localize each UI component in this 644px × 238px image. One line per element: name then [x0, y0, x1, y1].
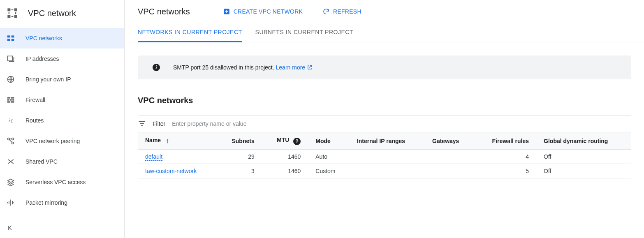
- svg-rect-1: [14, 8, 17, 11]
- tab-subnets[interactable]: SUBNETS IN CURRENT PROJECT: [255, 23, 353, 42]
- svg-rect-12: [8, 56, 13, 61]
- info-banner: i SMTP port 25 disallowed in this projec…: [138, 55, 631, 79]
- svg-rect-9: [7, 39, 10, 41]
- content: i SMTP port 25 disallowed in this projec…: [125, 42, 644, 192]
- help-icon[interactable]: ?: [293, 138, 301, 145]
- col-mtu[interactable]: MTU ?: [262, 132, 308, 150]
- sidebar-item-ip-addresses[interactable]: IP addresses: [0, 49, 124, 69]
- svg-rect-6: [12, 9, 14, 10]
- main: VPC networks CREATE VPC NETWORK REFRESH …: [125, 0, 644, 238]
- cell-mtu: 1460: [262, 164, 308, 178]
- tab-networks[interactable]: NETWORKS IN CURRENT PROJECT: [138, 23, 242, 42]
- learn-more-label: Learn more: [276, 64, 306, 71]
- network-name-link[interactable]: default: [145, 153, 162, 161]
- packet-mirroring-icon: [7, 199, 15, 207]
- info-message: SMTP port 25 disallowed in this project.: [173, 64, 276, 71]
- svg-rect-28: [14, 202, 14, 203]
- sidebar-item-label: Serverless VPC access: [25, 179, 86, 185]
- sidebar-item-label: Bring your own IP: [25, 76, 71, 83]
- main-header: VPC networks CREATE VPC NETWORK REFRESH: [125, 0, 644, 23]
- col-gdr-label: Global dynamic routing: [544, 138, 608, 144]
- sidebar-header: VPC network: [0, 0, 124, 26]
- sidebar-item-packet-mirroring[interactable]: Packet mirroring: [0, 192, 124, 213]
- sidebar-item-serverless-vpc[interactable]: Serverless VPC access: [0, 172, 124, 192]
- network-name-link[interactable]: taw-custom-network: [145, 168, 197, 175]
- shared-vpc-icon: [7, 157, 15, 166]
- section-title: VPC networks: [138, 96, 631, 105]
- cell-gdr: Off: [536, 150, 631, 164]
- filter-input[interactable]: [172, 120, 631, 127]
- learn-more-link[interactable]: Learn more: [276, 64, 313, 71]
- col-mode-label: Mode: [315, 138, 331, 144]
- ip-addresses-icon: [7, 55, 15, 63]
- svg-rect-2: [7, 15, 10, 18]
- cell-mtu: 1460: [262, 150, 308, 164]
- col-firewall[interactable]: Firewall rules: [475, 132, 536, 150]
- svg-rect-19: [7, 101, 11, 102]
- cell-internal-ip: [350, 164, 425, 178]
- sidebar-nav: VPC networks IP addresses Bring your own…: [0, 26, 124, 213]
- cell-firewall: 4: [475, 150, 536, 164]
- col-internal-ip[interactable]: Internal IP ranges: [350, 132, 425, 150]
- col-gateways[interactable]: Gateways: [425, 132, 475, 150]
- svg-rect-32: [140, 123, 144, 124]
- plus-box-icon: [223, 8, 230, 15]
- sidebar-item-label: IP addresses: [25, 55, 59, 62]
- svg-rect-11: [12, 39, 14, 41]
- tabs: NETWORKS IN CURRENT PROJECT SUBNETS IN C…: [125, 23, 644, 42]
- sort-asc-icon: ↑: [166, 137, 169, 145]
- cell-mode: Custom: [308, 164, 350, 178]
- col-internal-ip-label: Internal IP ranges: [357, 138, 405, 144]
- cell-gdr: Off: [536, 164, 631, 178]
- sidebar-title: VPC network: [28, 9, 76, 18]
- col-gdr[interactable]: Global dynamic routing: [536, 132, 631, 150]
- refresh-button[interactable]: REFRESH: [319, 5, 365, 18]
- cell-subnets: 3: [217, 164, 262, 178]
- svg-rect-0: [7, 8, 10, 11]
- svg-rect-16: [7, 99, 9, 100]
- col-name[interactable]: Name ↑: [138, 132, 217, 150]
- filter-row: Filter: [138, 115, 631, 132]
- routes-icon: [7, 116, 15, 125]
- col-subnets[interactable]: Subnets: [217, 132, 262, 150]
- svg-rect-26: [12, 201, 13, 204]
- tab-label: SUBNETS IN CURRENT PROJECT: [255, 29, 353, 35]
- info-icon: i: [153, 64, 160, 71]
- sidebar-item-label: Routes: [25, 117, 44, 124]
- serverless-vpc-icon: [7, 178, 15, 186]
- refresh-label: REFRESH: [333, 8, 361, 15]
- sidebar-item-peering[interactable]: VPC network peering: [0, 131, 124, 151]
- svg-rect-24: [10, 200, 11, 206]
- tab-label: NETWORKS IN CURRENT PROJECT: [138, 29, 242, 35]
- svg-rect-18: [12, 99, 14, 100]
- svg-rect-3: [14, 15, 17, 18]
- col-mtu-label: MTU: [277, 136, 289, 143]
- info-text: SMTP port 25 disallowed in this project.…: [173, 64, 313, 71]
- cell-firewall: 5: [475, 164, 536, 178]
- peering-icon: [7, 137, 15, 145]
- sidebar-item-label: VPC network peering: [25, 138, 80, 144]
- svg-rect-14: [7, 97, 11, 98]
- svg-rect-17: [10, 99, 12, 100]
- sidebar-collapse[interactable]: [0, 219, 124, 238]
- firewall-icon: [7, 96, 15, 104]
- svg-rect-31: [139, 121, 145, 122]
- svg-rect-8: [7, 35, 10, 37]
- col-gateways-label: Gateways: [432, 138, 459, 144]
- cell-subnets: 29: [217, 150, 262, 164]
- byoip-icon: [7, 75, 15, 83]
- col-mode[interactable]: Mode: [308, 132, 350, 150]
- vpc-networks-table: Name ↑ Subnets MTU ? Mode Internal IP ra…: [138, 132, 631, 178]
- cell-gateways: [425, 164, 475, 178]
- sidebar: VPC network VPC networks IP addresses Br…: [0, 0, 125, 238]
- sidebar-item-routes[interactable]: Routes: [0, 110, 124, 131]
- sidebar-item-vpc-networks[interactable]: VPC networks: [0, 28, 124, 49]
- cell-gateways: [425, 150, 475, 164]
- table-row: default 29 1460 Auto 4 Off: [138, 150, 631, 164]
- sidebar-item-firewall[interactable]: Firewall: [0, 90, 124, 110]
- col-subnets-label: Subnets: [232, 138, 254, 144]
- sidebar-item-shared-vpc[interactable]: Shared VPC: [0, 151, 124, 172]
- create-vpc-button[interactable]: CREATE VPC NETWORK: [220, 5, 306, 18]
- sidebar-item-byoip[interactable]: Bring your own IP: [0, 69, 124, 90]
- table-header-row: Name ↑ Subnets MTU ? Mode Internal IP ra…: [138, 132, 631, 150]
